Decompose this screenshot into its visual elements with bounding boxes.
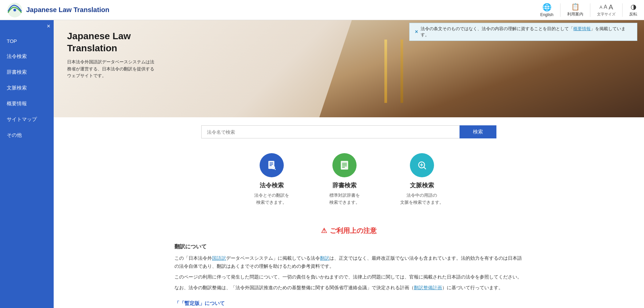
search-input[interactable] bbox=[201, 125, 460, 138]
font-size-large-btn[interactable]: A bbox=[609, 3, 613, 11]
usage-notice-section: ⚠ ご利用上の注意 翻訳について この「日本法令外国語訳データベースシステム」に… bbox=[148, 220, 550, 308]
provisional-notice-subsection: 「「暫定版」について 法令名に「（暫定版）」と表示されている翻訳は、ネイティブや… bbox=[174, 300, 523, 308]
book-icon: 📋 bbox=[571, 3, 580, 11]
divider-1 bbox=[560, 3, 560, 17]
search-section: 検索 bbox=[54, 117, 644, 146]
feature-dict-title: 辞書検索 bbox=[332, 181, 357, 189]
translation-notice-title: 翻訳について bbox=[174, 243, 523, 250]
translation-notice-para-1: このページの利用に伴って発生した問題について、一切の責任を負いかねますので、法律… bbox=[174, 273, 523, 281]
feature-dict-desc: 標準対訳辞書を 検索できます。 bbox=[329, 192, 360, 206]
notice-bar: × 法令の条文そのものではなく、法令の内容の理解に資することを目的として「概要情… bbox=[409, 23, 637, 41]
logo-area: Japanese Law Translation bbox=[7, 2, 109, 18]
site-title: Japanese Law Translation bbox=[26, 6, 109, 14]
translation-notice-para-2: なお、法令の翻訳整備は、「法令外国語訳推進のための基盤整備に関する関係省庁連絡会… bbox=[174, 284, 523, 292]
feature-context-title: 文脈検索 bbox=[410, 181, 434, 189]
contrast-control[interactable]: ◑ 反転 bbox=[629, 3, 637, 17]
sidebar-item-other[interactable]: その他 bbox=[0, 127, 54, 143]
feature-law-search[interactable]: 法令検索 法令とその翻訳を 検索できます。 bbox=[254, 153, 289, 206]
sidebar-item-law-search[interactable]: 法令検索 bbox=[0, 49, 54, 64]
header-controls: 🌐 English 📋 利用案内 A A A 文字サイズ ◑ 反転 bbox=[540, 3, 637, 17]
search-form: 検索 bbox=[201, 125, 496, 138]
provisional-notice-title: 「「暫定版」について bbox=[174, 300, 523, 307]
guide-label: 利用案内 bbox=[567, 11, 583, 17]
contrast-icon: ◑ bbox=[631, 3, 636, 11]
usage-notice-title: ⚠ ご利用上の注意 bbox=[174, 226, 523, 235]
header: Japanese Law Translation 🌐 English 📋 利用案… bbox=[0, 0, 644, 20]
sidebar-item-context-search[interactable]: 文脈検索 bbox=[0, 80, 54, 96]
logo-icon bbox=[7, 2, 23, 18]
svg-rect-2 bbox=[268, 161, 274, 169]
features-section: 法令検索 法令とその翻訳を 検索できます。 辞書検索 bbox=[54, 146, 644, 220]
sidebar-item-top[interactable]: TOP bbox=[0, 34, 54, 49]
globe-icon: 🌐 bbox=[542, 3, 551, 12]
feature-context-desc: 法令中の用語の 文脈を検索できます。 bbox=[400, 192, 444, 206]
sidebar-item-sitemap[interactable]: サイトマップ bbox=[0, 112, 54, 127]
feature-law-icon bbox=[260, 153, 284, 177]
notice-bar-link[interactable]: 概要情報 bbox=[573, 26, 591, 31]
translation-notice-para-0: この「日本法令外国語訳データベースシステム」に掲載している法令翻訳は、正文ではな… bbox=[174, 254, 523, 271]
feature-dict-search[interactable]: 辞書検索 標準対訳辞書を 検索できます。 bbox=[329, 153, 360, 206]
feature-context-search[interactable]: 文脈検索 法令中の用語の 文脈を検索できます。 bbox=[400, 153, 444, 206]
main-layout: × TOP 法令検索 辞書検索 文脈検索 概要情報 サイトマップ その他 × 法… bbox=[0, 20, 644, 308]
feature-law-title: 法令検索 bbox=[260, 181, 284, 189]
svg-rect-8 bbox=[341, 161, 348, 170]
svg-point-1 bbox=[13, 9, 16, 11]
divider-3 bbox=[622, 3, 623, 17]
notice-close-btn[interactable]: × bbox=[415, 29, 418, 35]
translation-notice-subsection: 翻訳について この「日本法令外国語訳データベースシステム」に掲載している法令翻訳… bbox=[174, 243, 523, 292]
search-button[interactable]: 検索 bbox=[460, 125, 496, 138]
link-foreign[interactable]: 国語訳 bbox=[212, 256, 226, 261]
contrast-label: 反転 bbox=[629, 11, 637, 17]
warning-icon: ⚠ bbox=[321, 227, 327, 235]
fontsize-control: A A A 文字サイズ bbox=[597, 3, 615, 17]
sidebar-item-dict-search[interactable]: 辞書検索 bbox=[0, 64, 54, 80]
sidebar: × TOP 法令検索 辞書検索 文脈検索 概要情報 サイトマップ その他 bbox=[0, 20, 54, 308]
svg-line-7 bbox=[274, 169, 275, 170]
feature-context-icon bbox=[410, 153, 434, 177]
divider-2 bbox=[590, 3, 590, 17]
font-size-medium-btn[interactable]: A bbox=[604, 4, 607, 10]
feature-dict-icon bbox=[332, 153, 357, 177]
svg-line-14 bbox=[424, 167, 426, 169]
main-content: × 法令の条文そのものではなく、法令の内容の理解に資することを目的として「概要情… bbox=[54, 20, 644, 308]
notice-bar-text: 法令の条文そのものではなく、法令の内容の理解に資することを目的として「概要情報」… bbox=[421, 26, 632, 38]
link-translation[interactable]: 翻訳 bbox=[320, 256, 329, 261]
fontsize-label: 文字サイズ bbox=[597, 12, 615, 17]
guide-control[interactable]: 📋 利用案内 bbox=[567, 3, 583, 17]
banner-description: 日本法令外国語訳データベースシステムは法務省が運営する、日本法令の翻訳を提供する… bbox=[67, 59, 154, 79]
link-plan[interactable]: 翻訳整備計画 bbox=[414, 285, 442, 290]
sidebar-close-btn[interactable]: × bbox=[47, 23, 50, 30]
sidebar-item-summary[interactable]: 概要情報 bbox=[0, 96, 54, 112]
language-label: English bbox=[540, 12, 553, 17]
font-size-small-btn[interactable]: A bbox=[599, 5, 602, 10]
feature-law-desc: 法令とその翻訳を 検索できます。 bbox=[254, 192, 289, 206]
language-control[interactable]: 🌐 English bbox=[540, 3, 553, 17]
sidebar-nav: TOP 法令検索 辞書検索 文脈検索 概要情報 サイトマップ その他 bbox=[0, 34, 54, 143]
